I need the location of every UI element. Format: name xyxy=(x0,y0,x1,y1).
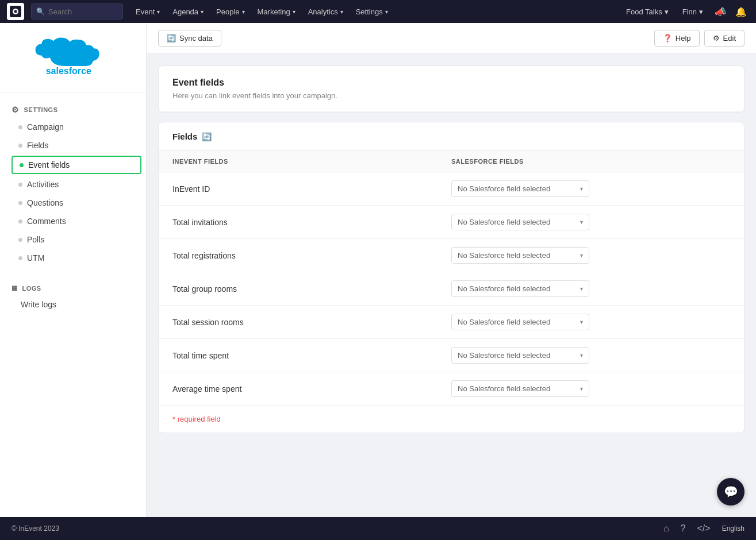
org-selector[interactable]: Food Talks ▾ xyxy=(621,5,673,18)
help-button[interactable]: ❓ Help xyxy=(654,30,700,47)
sidebar-item-write-logs[interactable]: Write logs xyxy=(11,295,135,314)
bell-icon[interactable]: 🔔 xyxy=(733,4,749,20)
sidebar: salesforce ⚙ SETTINGS Campaign Fields Ev… xyxy=(0,23,147,540)
chevron-down-icon: ▾ xyxy=(293,9,296,15)
inevent-field-label: Total session rooms xyxy=(172,318,451,327)
megaphone-icon[interactable]: 📣 xyxy=(712,4,728,20)
table-row: Total time spent No Salesforce field sel… xyxy=(159,339,744,372)
sidebar-item-polls[interactable]: Polls xyxy=(0,230,146,249)
nav-marketing[interactable]: Marketing ▾ xyxy=(252,5,301,18)
inevent-field-label: Total invitations xyxy=(172,218,451,227)
settings-gear-icon: ⚙ xyxy=(11,105,20,114)
chevron-down-icon: ▾ xyxy=(580,286,583,292)
chevron-down-icon: ▾ xyxy=(665,7,669,16)
fields-table-header: INEVENT FIELDS SALESFORCE FIELDS xyxy=(159,151,744,172)
refresh-icon[interactable]: 🔄 xyxy=(202,132,212,141)
sidebar-item-fields[interactable]: Fields xyxy=(0,136,146,155)
sync-data-button[interactable]: 🔄 Sync data xyxy=(158,30,221,47)
event-fields-info-card: Event fields Here you can link event fie… xyxy=(158,65,745,113)
main-layout: salesforce ⚙ SETTINGS Campaign Fields Ev… xyxy=(0,23,756,540)
fields-table: INEVENT FIELDS SALESFORCE FIELDS InEvent… xyxy=(159,151,744,433)
event-fields-title: Event fields xyxy=(172,78,730,88)
inevent-field-label: Total group rooms xyxy=(172,284,451,294)
sidebar-item-comments[interactable]: Comments xyxy=(0,212,146,230)
search-icon: 🔍 xyxy=(36,7,45,16)
main-content: 🔄 Sync data ❓ Help ⚙ Edit Event fields xyxy=(147,23,756,540)
question-icon[interactable]: ? xyxy=(681,523,686,534)
chevron-down-icon: ▾ xyxy=(580,352,583,358)
sidebar-item-event-fields[interactable]: Event fields xyxy=(11,156,141,174)
nav-settings[interactable]: Settings ▾ xyxy=(350,5,394,18)
fields-card-header: Fields 🔄 xyxy=(159,122,744,151)
required-field-note: * required field xyxy=(159,406,744,433)
table-row: Average time spent No Salesforce field s… xyxy=(159,372,744,406)
logs-section-title: ▦ LOGS xyxy=(11,281,135,295)
chevron-down-icon: ▾ xyxy=(580,319,583,325)
top-nav: 🔍 Event ▾ Agenda ▾ People ▾ Marketing ▾ … xyxy=(0,0,756,23)
nav-analytics[interactable]: Analytics ▾ xyxy=(302,5,349,18)
sync-icon: 🔄 xyxy=(167,34,176,43)
app-logo[interactable] xyxy=(7,3,24,20)
bottom-bar: © InEvent 2023 ⌂ ? </> English xyxy=(0,517,756,540)
chevron-down-icon: ▾ xyxy=(385,9,388,15)
home-icon[interactable]: ⌂ xyxy=(663,523,669,534)
inevent-field-label: Total time spent xyxy=(172,351,451,360)
action-right: ❓ Help ⚙ Edit xyxy=(654,30,745,47)
search-input[interactable] xyxy=(48,7,118,16)
action-bar: 🔄 Sync data ❓ Help ⚙ Edit xyxy=(147,23,756,54)
nav-right: Food Talks ▾ Finn ▾ 📣 🔔 xyxy=(621,4,749,20)
dot-icon xyxy=(18,144,22,148)
chat-bubble-button[interactable]: 💬 xyxy=(717,478,745,506)
language-selector[interactable]: English xyxy=(722,524,745,533)
sidebar-item-utm[interactable]: UTM xyxy=(0,249,146,267)
fields-card: Fields 🔄 INEVENT FIELDS SALESFORCE FIELD… xyxy=(158,122,745,433)
copyright-text: © InEvent 2023 xyxy=(11,524,59,533)
dot-icon xyxy=(18,256,22,260)
salesforce-brand: salesforce xyxy=(27,34,119,80)
inevent-field-label: InEvent ID xyxy=(172,184,451,194)
svg-point-2 xyxy=(14,10,17,13)
dot-icon xyxy=(18,125,22,129)
salesforce-field-select-2[interactable]: No Salesforce field selected ▾ xyxy=(451,247,589,264)
table-row: Total invitations No Salesforce field se… xyxy=(159,206,744,239)
fields-card-title: Fields xyxy=(172,132,197,141)
chevron-down-icon: ▾ xyxy=(201,9,204,15)
event-fields-card-header: Event fields Here you can link event fie… xyxy=(159,66,744,112)
sidebar-item-questions[interactable]: Questions xyxy=(0,194,146,212)
inevent-field-label: Average time spent xyxy=(172,384,451,394)
chevron-down-icon: ▾ xyxy=(580,252,583,259)
chevron-down-icon: ▾ xyxy=(580,219,583,225)
table-row: Total group rooms No Salesforce field se… xyxy=(159,272,744,306)
dot-icon xyxy=(18,201,22,205)
sidebar-item-campaign[interactable]: Campaign xyxy=(0,118,146,136)
svg-text:salesforce: salesforce xyxy=(46,66,91,76)
salesforce-logo: salesforce xyxy=(0,23,146,92)
settings-section-title: ⚙ SETTINGS xyxy=(0,102,146,118)
table-icon: ▦ xyxy=(11,284,18,292)
chevron-down-icon: ▾ xyxy=(580,186,583,192)
dot-icon xyxy=(18,238,22,242)
code-icon[interactable]: </> xyxy=(697,523,711,534)
nav-agenda[interactable]: Agenda ▾ xyxy=(167,5,209,18)
logs-section: ▦ LOGS Write logs xyxy=(0,276,146,318)
search-box[interactable]: 🔍 xyxy=(31,3,123,20)
salesforce-field-select-0[interactable]: No Salesforce field selected ▾ xyxy=(451,180,589,197)
salesforce-field-select-4[interactable]: No Salesforce field selected ▾ xyxy=(451,314,589,330)
sidebar-item-activities[interactable]: Activities xyxy=(0,175,146,194)
user-menu[interactable]: Finn ▾ xyxy=(678,5,708,18)
chevron-down-icon: ▾ xyxy=(157,9,160,15)
salesforce-field-select-1[interactable]: No Salesforce field selected ▾ xyxy=(451,214,589,230)
nav-items: Event ▾ Agenda ▾ People ▾ Marketing ▾ An… xyxy=(130,5,394,18)
chevron-down-icon: ▾ xyxy=(580,385,583,392)
chevron-down-icon: ▾ xyxy=(699,7,703,16)
nav-people[interactable]: People ▾ xyxy=(210,5,250,18)
dot-icon xyxy=(20,163,24,167)
salesforce-field-select-6[interactable]: No Salesforce field selected ▾ xyxy=(451,380,589,397)
salesforce-field-select-3[interactable]: No Salesforce field selected ▾ xyxy=(451,280,589,297)
chevron-down-icon: ▾ xyxy=(242,9,245,15)
edit-button[interactable]: ⚙ Edit xyxy=(704,30,745,47)
salesforce-field-select-5[interactable]: No Salesforce field selected ▾ xyxy=(451,347,589,364)
edit-icon: ⚙ xyxy=(713,34,720,43)
col-salesforce-header: SALESFORCE FIELDS xyxy=(451,158,730,165)
nav-event[interactable]: Event ▾ xyxy=(130,5,166,18)
